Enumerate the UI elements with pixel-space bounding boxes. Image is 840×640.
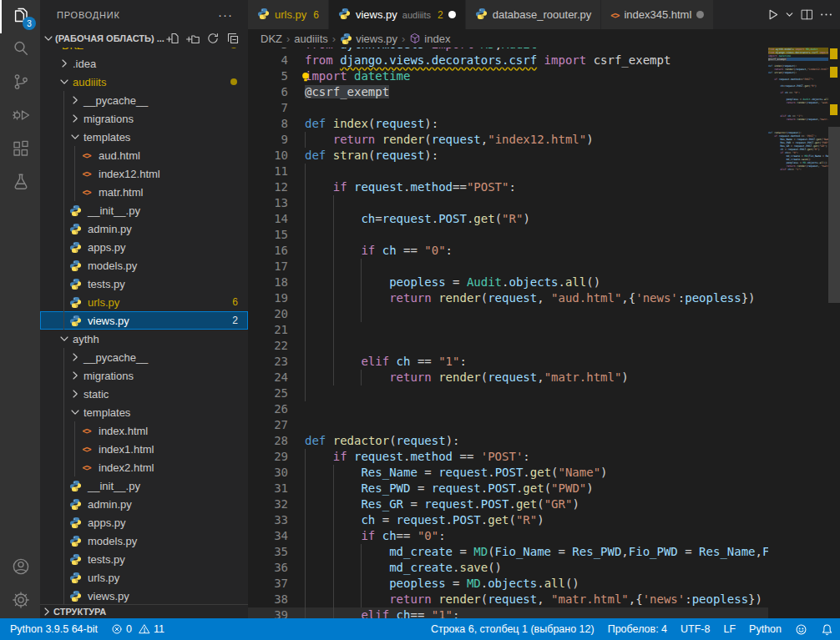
code-line[interactable]: 38 return render(request, "matr.html",{'… (248, 592, 768, 607)
breadcrumb-item-dkz[interactable]: DKZ (261, 33, 282, 45)
tree-item-index-html[interactable]: <>index.html (40, 421, 248, 440)
code-line[interactable]: 22 (248, 338, 768, 354)
code-line[interactable]: 31 Res_PWD = request.POST.get("PWD") (248, 481, 768, 496)
lightbulb-icon[interactable] (300, 71, 311, 83)
code-line[interactable]: 4from django.views.decorators.csrf impor… (248, 53, 768, 68)
tree-item-templates[interactable]: templates (40, 128, 248, 146)
code-line[interactable]: 15 (248, 227, 768, 243)
code-line[interactable]: 10def stran(request): (248, 148, 768, 164)
tree-item-templates[interactable]: templates (40, 403, 248, 421)
tree-item-index12-html[interactable]: <>index12.html (40, 164, 248, 183)
breadcrumb-item-index[interactable]: index (409, 33, 450, 45)
tree-item--init-py[interactable]: __init__.py (40, 201, 248, 219)
code-line[interactable]: 7 (248, 100, 768, 116)
code-line[interactable]: 36 md_create.save() (248, 560, 768, 576)
tree-item-apps-py[interactable]: apps.py (40, 238, 248, 256)
code-line[interactable]: 6@csrf_exempt (248, 84, 768, 100)
status-notifications[interactable] (814, 618, 840, 640)
breadcrumb-item-audiiits[interactable]: audiiits (294, 33, 327, 45)
status-eol[interactable]: LF (716, 618, 742, 640)
code-line[interactable]: 21 (248, 322, 768, 338)
tree-item--idea[interactable]: .idea (40, 54, 248, 73)
code-line[interactable]: 39 elif ch== "1": (248, 607, 768, 618)
more-actions-icon[interactable] (817, 6, 835, 23)
tree-item-index2-html[interactable]: <>index2.html (40, 458, 248, 476)
code-line[interactable]: 27 (248, 417, 768, 433)
tree-item-admin-py[interactable]: admin.py (40, 219, 248, 238)
code-line[interactable]: 19 return render(request, "aud.html",{'n… (248, 290, 768, 306)
status-language-mode[interactable]: Python (742, 618, 788, 640)
collapse-all-icon[interactable] (226, 32, 240, 45)
code-line[interactable]: 25 (248, 386, 768, 401)
code-line[interactable]: 5import datetime (248, 68, 768, 84)
tree-item-dkz[interactable]: DKZ (40, 48, 248, 54)
activity-scm-button[interactable] (0, 67, 40, 100)
code-line[interactable]: 8def index(request): (248, 116, 768, 132)
code-line[interactable]: 12 if request.method=="POST": (248, 179, 768, 195)
activity-account-button[interactable] (0, 552, 40, 585)
status-problems[interactable]: 011 (104, 618, 171, 640)
tree-item-urls-py[interactable]: urls.py6 (40, 293, 248, 311)
refresh-icon[interactable] (206, 32, 220, 45)
tree-item-migrations[interactable]: migrations (40, 366, 248, 385)
minimap[interactable]: from aythh.models import MD,Auditfrom dj… (768, 48, 828, 618)
code-line[interactable]: 16 if ch == "0": (248, 243, 768, 259)
code-line[interactable]: 17 (248, 259, 768, 275)
activity-explorer-button[interactable]: 3 (0, 0, 40, 33)
code-line[interactable]: 9 return render(request,"index12.html") (248, 132, 768, 148)
more-actions-icon[interactable]: ··· (218, 8, 233, 22)
workspace-section-header[interactable]: (РАБОЧАЯ ОБЛАСТЬ) ... (40, 29, 248, 48)
new-folder-icon[interactable] (186, 32, 200, 45)
scrollbar-slider[interactable] (828, 127, 840, 303)
code-editor[interactable]: 3from aythh.models import MD,Audit4from … (248, 48, 768, 618)
tree-item-admin-py[interactable]: admin.py (40, 495, 248, 513)
activity-settings-button[interactable] (0, 585, 40, 618)
tree-item--pycache-[interactable]: __pycache__ (40, 91, 248, 109)
tree-item-aud-html[interactable]: <>aud.html (40, 146, 248, 164)
tab-views-py[interactable]: views.pyaudiiits2 (329, 0, 466, 29)
tree-item-index1-html[interactable]: <>index1.html (40, 440, 248, 458)
status-indentation[interactable]: Пробелов: 4 (601, 618, 674, 640)
tree-item-tests-py[interactable]: tests.py (40, 275, 248, 293)
code-line[interactable]: 28def redactor(request): (248, 433, 768, 449)
outline-section-header[interactable]: СТРУКТУРА (40, 604, 248, 618)
split-editor-icon[interactable] (798, 6, 816, 23)
tree-item-views-py[interactable]: views.py (40, 587, 248, 604)
tab-urls-py[interactable]: urls.py6 (248, 0, 329, 29)
tree-item-apps-py[interactable]: apps.py (40, 513, 248, 532)
tree-item-views-py[interactable]: views.py2 (40, 311, 248, 330)
status-interpreter[interactable]: Python 3.9.5 64-bit (3, 618, 104, 640)
activity-debug-button[interactable] (0, 100, 40, 134)
code-line[interactable]: 20 (248, 306, 768, 322)
activity-extensions-button[interactable] (0, 134, 40, 167)
activity-search-button[interactable] (0, 33, 40, 67)
code-line[interactable]: 23 elif ch == "1": (248, 354, 768, 370)
tree-item-static[interactable]: static (40, 385, 248, 403)
tree-item--init-py[interactable]: __init__.py (40, 476, 248, 495)
status-feedback[interactable] (788, 618, 814, 640)
code-line[interactable]: 13 (248, 195, 768, 211)
tree-item-tests-py[interactable]: tests.py (40, 550, 248, 568)
run-icon[interactable] (763, 6, 781, 23)
code-line[interactable]: 14 ch=request.POST.get("R") (248, 211, 768, 227)
code-line[interactable]: 35 md_create = MD(Fio_Name = Res_PWD,Fio… (248, 544, 768, 560)
tree-item-models-py[interactable]: models.py (40, 256, 248, 275)
tree-item-models-py[interactable]: models.py (40, 532, 248, 550)
tree-item-aythh[interactable]: aythh (40, 330, 248, 348)
tab-database-roouter-py[interactable]: database_roouter.py (466, 0, 602, 29)
tree-item-matr-html[interactable]: <>matr.html (40, 183, 248, 201)
code-line[interactable]: 18 peopless = Audit.objects.all() (248, 275, 768, 290)
code-line[interactable]: 33 ch = request.POST.get("R") (248, 512, 768, 528)
tab-index345-html[interactable]: <>index345.html (601, 0, 714, 29)
tree-item--pycache-[interactable]: __pycache__ (40, 348, 248, 366)
code-line[interactable]: 11 (248, 164, 768, 179)
code-line[interactable]: 24 return render(request,"matr.html") (248, 370, 768, 386)
new-file-icon[interactable] (166, 32, 180, 45)
modified-dot-icon[interactable] (696, 11, 704, 18)
status-encoding[interactable]: UTF-8 (674, 618, 716, 640)
code-line[interactable]: 29 if request.method == 'POST': (248, 449, 768, 465)
overview-ruler[interactable] (828, 29, 840, 618)
tree-item-migrations[interactable]: migrations (40, 109, 248, 128)
status-cursor-position[interactable]: Строка 6, столбец 1 (выбрано 12) (424, 618, 601, 640)
code-line[interactable]: 30 Res_Name = request.POST.get("Name") (248, 465, 768, 481)
